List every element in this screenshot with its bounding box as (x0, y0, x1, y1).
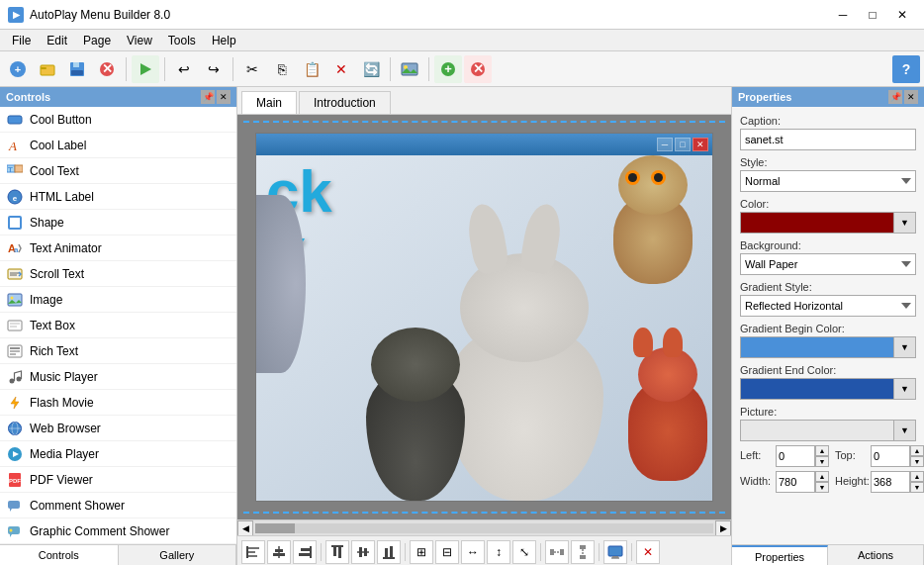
left-spin-down[interactable]: ▼ (815, 456, 829, 467)
tb-new-button[interactable]: + (4, 55, 32, 83)
gradient-end-arrow[interactable]: ▼ (893, 379, 915, 399)
scroll-left-arrow[interactable]: ◀ (237, 520, 253, 536)
list-item-pdfviewer[interactable]: PDF PDF Viewer (0, 467, 236, 493)
tb-delete-button[interactable]: ✕ (327, 55, 355, 83)
menu-view[interactable]: View (119, 30, 160, 50)
height-input[interactable] (871, 471, 910, 493)
canvas-tab-intro[interactable]: Introduction (299, 91, 391, 114)
align-right-button[interactable] (293, 540, 317, 564)
tb-cut-button[interactable]: ✂ (238, 55, 266, 83)
same-size-button[interactable]: ⤡ (512, 540, 536, 564)
align-top-button[interactable] (325, 540, 349, 564)
tb-redo-button[interactable]: ↪ (200, 55, 228, 83)
align-left-button[interactable] (241, 540, 265, 564)
scroll-right-arrow[interactable]: ▶ (715, 520, 731, 536)
list-item-image[interactable]: Image (0, 287, 236, 313)
spacing-v-button[interactable] (571, 540, 595, 564)
align-bottom-button[interactable] (377, 540, 401, 564)
menu-help[interactable]: Help (204, 30, 244, 50)
list-item-scrolltext[interactable]: Scroll Text (0, 261, 236, 287)
top-spin-up[interactable]: ▲ (910, 445, 924, 456)
monitor-button[interactable] (603, 540, 627, 564)
list-item-richtext[interactable]: Rich Text (0, 338, 236, 364)
list-item-mediaplayer[interactable]: Media Player (0, 441, 236, 467)
gradient-begin-picker[interactable]: ▼ (740, 336, 916, 358)
cw-close[interactable]: ✕ (693, 138, 708, 151)
align-middle-v-button[interactable] (351, 540, 375, 564)
properties-tab-properties[interactable]: Properties (732, 545, 828, 565)
cw-minimize[interactable]: ─ (657, 138, 673, 151)
color-dropdown-arrow[interactable]: ▼ (893, 213, 915, 233)
same-width-button[interactable]: ↔ (461, 540, 485, 564)
menu-tools[interactable]: Tools (160, 30, 204, 50)
tb-refresh-button[interactable]: 🔄 (357, 55, 385, 83)
list-item-textbox[interactable]: Text Box (0, 313, 236, 338)
distribute-v-button[interactable]: ⊟ (435, 540, 459, 564)
align-center-h-button[interactable] (267, 540, 291, 564)
background-select[interactable]: Wall Paper Solid Color Gradient (740, 253, 916, 275)
top-input[interactable] (871, 445, 910, 467)
tb-help-button[interactable]: ? (892, 55, 920, 83)
tb-open-button[interactable] (34, 55, 61, 83)
list-item-musicplayer[interactable]: Music Player (0, 364, 236, 390)
list-item-webbrowser[interactable]: Web Browser (0, 416, 236, 441)
gradient-end-picker[interactable]: ▼ (740, 378, 916, 400)
controls-tab-controls[interactable]: Controls (0, 545, 119, 565)
list-item-textanimator[interactable]: Aa Text Animator (0, 235, 236, 261)
top-spin-down[interactable]: ▼ (910, 456, 924, 467)
distribute-h-button[interactable]: ⊞ (410, 540, 433, 564)
menu-page[interactable]: Page (75, 30, 119, 50)
spacing-h-button[interactable] (545, 540, 569, 564)
width-spin-down[interactable]: ▼ (815, 482, 829, 493)
cw-maximize[interactable]: □ (675, 138, 691, 151)
same-height-button[interactable]: ↕ (487, 540, 510, 564)
list-item-shape[interactable]: Shape (0, 210, 236, 235)
controls-tab-gallery[interactable]: Gallery (119, 545, 237, 565)
width-input[interactable] (776, 471, 815, 493)
tb-undo-button[interactable]: ↩ (170, 55, 198, 83)
list-item-coolbutton[interactable]: Cool Button (0, 107, 236, 133)
width-spin-up[interactable]: ▲ (815, 471, 829, 482)
controls-close-button[interactable]: ✕ (217, 90, 231, 104)
scroll-track[interactable] (255, 523, 713, 533)
height-spin-up[interactable]: ▲ (910, 471, 924, 482)
cancel-button[interactable]: ✕ (636, 540, 660, 564)
canvas-tab-main[interactable]: Main (241, 91, 297, 114)
tb-close-button[interactable]: ✕ (93, 55, 121, 83)
tb-image-button[interactable] (396, 55, 423, 83)
picture-arrow[interactable]: ▼ (893, 421, 915, 440)
controls-pin-button[interactable]: 📌 (201, 90, 215, 104)
list-item-coollabel[interactable]: A Cool Label (0, 133, 236, 158)
tb-preview-button[interactable] (132, 55, 159, 83)
close-button[interactable]: ✕ (888, 4, 916, 26)
picture-picker[interactable]: ▼ (740, 420, 916, 441)
properties-pin-button[interactable]: 📌 (888, 90, 902, 104)
list-item-graphiccommentshower[interactable]: Graphic Comment Shower (0, 518, 236, 544)
properties-tab-actions[interactable]: Actions (828, 545, 924, 565)
tb-save-button[interactable] (63, 55, 91, 83)
svg-rect-48 (8, 501, 20, 509)
left-spin-up[interactable]: ▲ (815, 445, 829, 456)
tb-remove-button[interactable]: ✕ (464, 55, 492, 83)
tb-copy-button[interactable]: ⎘ (268, 55, 296, 83)
canvas-content[interactable]: ─ □ ✕ ck Y (237, 115, 731, 519)
maximize-button[interactable]: □ (859, 4, 886, 26)
properties-close-button[interactable]: ✕ (904, 90, 918, 104)
menu-file[interactable]: File (4, 30, 39, 50)
gradient-begin-arrow[interactable]: ▼ (893, 337, 915, 357)
gradient-style-select[interactable]: Reflected Horizontal Linear Radial (740, 295, 916, 317)
list-item-htmllabel[interactable]: e HTML Label (0, 184, 236, 210)
color-label: Color: (740, 198, 916, 210)
minimize-button[interactable]: ─ (829, 4, 857, 26)
list-item-flashmovie[interactable]: Flash Movie (0, 390, 236, 416)
list-item-cooltext[interactable]: T Cool Text (0, 158, 236, 184)
menu-edit[interactable]: Edit (39, 30, 75, 50)
caption-input[interactable] (740, 129, 916, 150)
tb-add-button[interactable]: + (434, 55, 462, 83)
style-select[interactable]: Normal Bold Italic (740, 170, 916, 192)
left-input[interactable] (776, 445, 815, 467)
list-item-commentshower[interactable]: Comment Shower (0, 493, 236, 518)
height-spin-down[interactable]: ▼ (910, 482, 924, 493)
color-picker[interactable]: ▼ (740, 212, 916, 234)
tb-paste-button[interactable]: 📋 (298, 55, 325, 83)
